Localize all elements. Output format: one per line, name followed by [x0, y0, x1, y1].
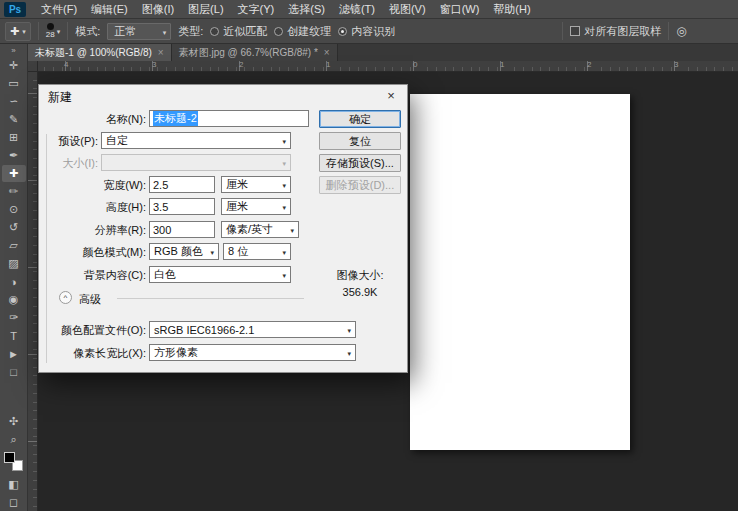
chevron-down-icon: ▾ — [347, 327, 351, 335]
gradient-tool[interactable]: ▨ — [2, 255, 26, 272]
preset-select[interactable]: 自定 ▾ — [101, 132, 291, 149]
quick-mask-button[interactable]: ◧ — [2, 476, 26, 493]
history-brush-icon: ↺ — [9, 221, 18, 234]
sample-all-layers-checkbox[interactable]: 对所有图层取样 — [570, 24, 661, 39]
tab-untitled-1[interactable]: 未标题-1 @ 100%(RGB/8) × — [28, 44, 172, 61]
pixel-aspect-select[interactable]: 方形像素 ▾ — [149, 344, 356, 361]
tab-sucaitu-jpg[interactable]: 素材图.jpg @ 66.7%(RGB/8#) * × — [172, 44, 338, 61]
height-input[interactable]: 3.5 — [149, 198, 215, 215]
ruler-label: 2 — [239, 61, 243, 69]
height-unit-select[interactable]: 厘米 ▾ — [221, 198, 291, 215]
crop-tool[interactable]: ⊞ — [2, 129, 26, 146]
width-unit-value: 厘米 — [226, 177, 248, 192]
rectangular-marquee-tool[interactable]: ▭ — [2, 75, 26, 92]
brush-size-value: 28 — [46, 31, 55, 39]
chevron-down-icon: ▾ — [282, 272, 286, 280]
brush-dot-icon — [47, 23, 54, 30]
history-brush-tool[interactable]: ↺ — [2, 219, 26, 236]
type-icon: T — [10, 330, 17, 342]
resolution-label: 分辨率(R): — [41, 224, 146, 237]
screen-mode-button[interactable]: ◻ — [2, 494, 26, 511]
eyedropper-tool[interactable]: ✒ — [2, 147, 26, 164]
menu-select[interactable]: 选择(S) — [281, 0, 332, 18]
menu-window[interactable]: 窗口(W) — [433, 0, 487, 18]
color-mode-label: 颜色模式(M): — [41, 246, 146, 259]
chevron-down-icon: ▾ — [163, 29, 167, 36]
menu-edit[interactable]: 编辑(E) — [84, 0, 135, 18]
path-selection-tool[interactable]: ► — [2, 345, 26, 362]
horizontal-ruler[interactable]: 4 3 2 1 0 1 2 3 — [28, 61, 738, 72]
vertical-ruler[interactable] — [28, 72, 38, 511]
background-select[interactable]: 白色 ▾ — [149, 266, 291, 283]
ruler-label: 3 — [674, 61, 678, 69]
divider — [562, 22, 563, 40]
height-unit-value: 厘米 — [226, 199, 248, 214]
advanced-label: 高级 — [79, 293, 119, 306]
pixel-aspect-value: 方形像素 — [154, 345, 198, 360]
reset-button[interactable]: 复位 — [319, 132, 401, 150]
ruler-label: 0 — [413, 61, 417, 69]
foreground-color-swatch[interactable] — [4, 452, 15, 463]
tablet-pressure-icon[interactable]: ◎ — [676, 24, 686, 38]
radio-label: 创建纹理 — [287, 24, 331, 39]
radio-icon — [210, 27, 219, 36]
image-size-value: 356.9K — [319, 286, 401, 298]
color-profile-select[interactable]: sRGB IEC61966-2.1 ▾ — [149, 321, 356, 338]
width-unit-select[interactable]: 厘米 ▾ — [221, 176, 291, 193]
crop-icon: ⊞ — [9, 131, 18, 144]
menu-type[interactable]: 文字(Y) — [231, 0, 282, 18]
preset-label: 预设(P): — [41, 135, 98, 148]
save-preset-button[interactable]: 存储预设(S)... — [319, 154, 401, 172]
close-icon[interactable]: × — [158, 47, 164, 58]
pen-tool[interactable]: ✑ — [2, 309, 26, 326]
mode-select[interactable]: 正常 ▾ — [107, 23, 171, 40]
bit-depth-select[interactable]: 8 位 ▾ — [223, 243, 291, 260]
type-tool[interactable]: T — [2, 327, 26, 344]
radio-proximity-match[interactable]: 近似匹配 — [210, 24, 267, 39]
tool-preset-picker[interactable]: ✚ ▾ — [5, 22, 31, 41]
lasso-tool[interactable]: ∽ — [2, 93, 26, 110]
blur-tool[interactable]: ◑ — [2, 273, 26, 290]
width-input[interactable]: 2.5 — [149, 176, 215, 193]
eraser-tool[interactable]: ▱ — [2, 237, 26, 254]
ok-button[interactable]: 确定 — [319, 110, 401, 128]
move-tool[interactable]: ✛ — [2, 57, 26, 74]
menu-help[interactable]: 帮助(H) — [486, 0, 537, 18]
radio-create-texture[interactable]: 创建纹理 — [274, 24, 331, 39]
name-input[interactable]: 未标题-2 — [149, 110, 309, 127]
spot-healing-brush-tool[interactable]: ✚ — [2, 165, 26, 182]
width-label: 宽度(W): — [41, 179, 146, 192]
color-mode-select[interactable]: RGB 颜色 ▾ — [149, 243, 219, 260]
menu-layer[interactable]: 图层(L) — [181, 0, 230, 18]
toolbar-collapse-button[interactable]: » — [11, 46, 15, 56]
document-canvas[interactable] — [410, 94, 630, 450]
resolution-value: 300 — [153, 224, 171, 236]
zoom-tool[interactable]: ⌕ — [2, 431, 26, 448]
close-icon[interactable]: × — [375, 85, 407, 106]
blur-icon: ◑ — [10, 276, 17, 288]
rectangle-shape-tool[interactable]: □ — [2, 363, 26, 380]
chevron-down-icon: ▾ — [290, 227, 294, 235]
eyedropper-icon: ✒ — [9, 149, 18, 162]
menu-view[interactable]: 视图(V) — [382, 0, 433, 18]
color-swatches — [4, 452, 23, 471]
divider — [117, 298, 304, 299]
radio-content-aware[interactable]: 内容识别 — [338, 24, 395, 39]
brush-picker[interactable]: 28 ▾ — [46, 23, 60, 39]
brush-tool[interactable]: ✏ — [2, 183, 26, 200]
ruler-label: 1 — [326, 61, 330, 69]
close-icon[interactable]: × — [324, 47, 330, 58]
dodge-tool[interactable]: ◉ — [2, 291, 26, 308]
resolution-input[interactable]: 300 — [149, 221, 215, 238]
hand-tool[interactable]: ✣ — [2, 413, 26, 430]
background-value: 白色 — [154, 267, 176, 282]
menu-image[interactable]: 图像(I) — [135, 0, 181, 18]
quick-selection-tool[interactable]: ✎ — [2, 111, 26, 128]
clone-stamp-tool[interactable]: ⊙ — [2, 201, 26, 218]
menu-filter[interactable]: 滤镜(T) — [332, 0, 382, 18]
advanced-toggle[interactable]: ^ — [59, 291, 72, 304]
quick-selection-icon: ✎ — [9, 113, 18, 126]
menu-file[interactable]: 文件(F) — [34, 0, 84, 18]
path-selection-icon: ► — [8, 348, 19, 360]
resolution-unit-select[interactable]: 像素/英寸 ▾ — [221, 221, 299, 238]
